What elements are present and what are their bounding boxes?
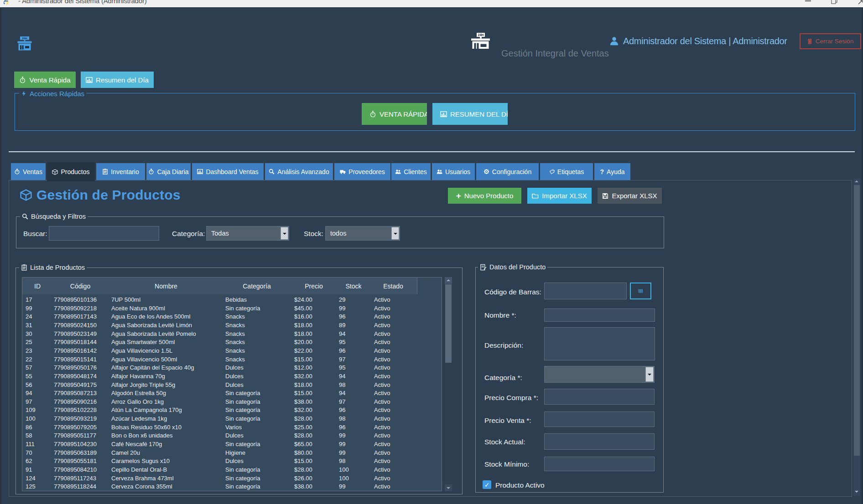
- svg-text:24H: 24H: [478, 33, 484, 36]
- svg-text:24H: 24H: [22, 37, 27, 40]
